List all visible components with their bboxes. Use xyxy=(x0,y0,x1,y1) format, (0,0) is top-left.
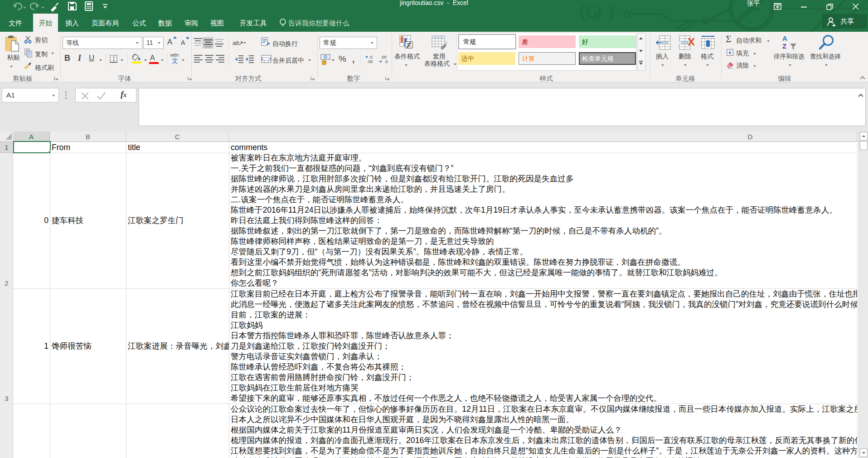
svg-text:A: A xyxy=(782,34,787,42)
svg-text:.00: .00 xyxy=(367,59,373,64)
svg-text:Z: Z xyxy=(782,42,786,50)
svg-text:.0: .0 xyxy=(384,59,388,64)
svg-text:.00: .00 xyxy=(381,55,387,59)
svg-text:ab: ab xyxy=(233,39,239,46)
svg-text:.0: .0 xyxy=(369,55,373,59)
